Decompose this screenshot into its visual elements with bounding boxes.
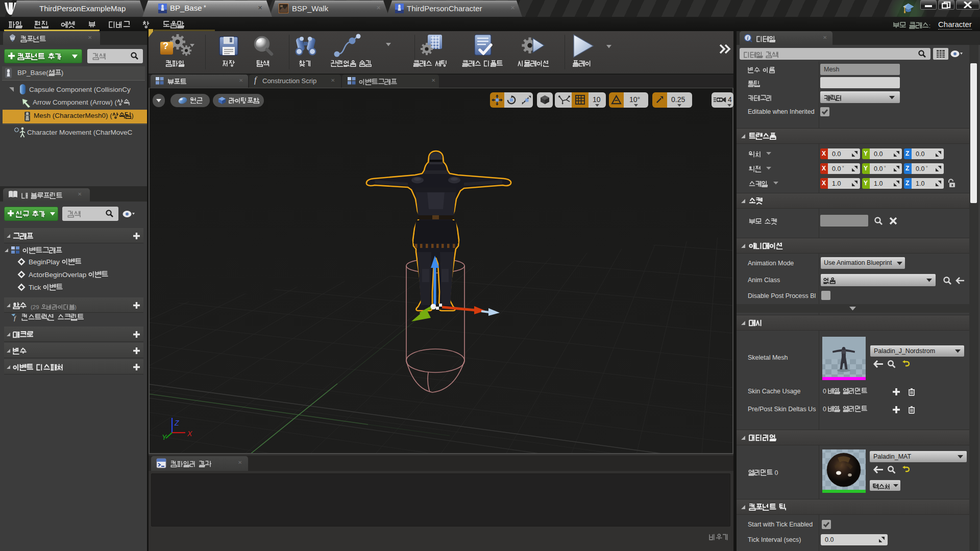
svg-text:?: ? xyxy=(163,40,169,51)
svg-text:f: f xyxy=(14,314,17,321)
svg-text:X: X xyxy=(187,430,192,438)
svg-text:i: i xyxy=(747,35,749,41)
svg-text:Z: Z xyxy=(174,419,179,427)
